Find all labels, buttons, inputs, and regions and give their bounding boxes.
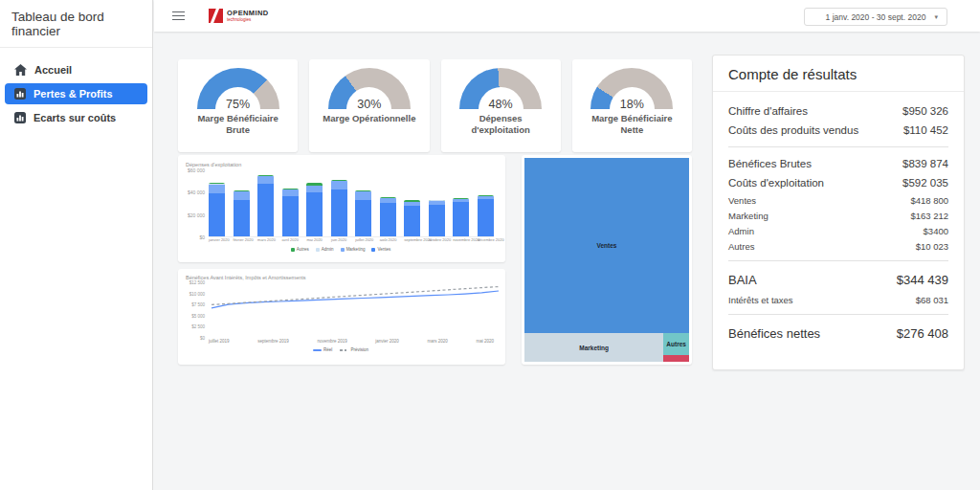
divider <box>728 146 948 147</box>
bar-segment <box>209 193 225 236</box>
income-row-value: $68 031 <box>916 295 948 305</box>
legend-label: Admin <box>322 247 334 252</box>
y-axis-tick-label: $0 <box>200 336 205 341</box>
date-range-value: 1 janv. 2020 - 30 sept. 2020 <box>826 12 926 22</box>
y-axis-tick-label: $60 000 <box>188 167 205 173</box>
x-axis-tick-label: mai 2020 <box>476 339 494 344</box>
y-axis-tick-label: $20 000 <box>188 212 205 218</box>
legend-item[interactable]: Marketing <box>341 247 366 252</box>
kpi-operating-expenses: 48% Dépenses d'exploitation <box>441 59 561 152</box>
bar-column[interactable] <box>380 197 396 236</box>
bar-segment <box>234 200 250 237</box>
legend-label: Ventes <box>377 247 390 252</box>
y-axis-tick-label: $10 000 <box>189 291 205 296</box>
bar-column[interactable] <box>257 175 274 236</box>
treemap-region-marketing[interactable]: Marketing <box>524 333 663 362</box>
income-row-value: $10 023 <box>916 241 948 252</box>
bar-column[interactable] <box>429 200 445 236</box>
x-axis-tick-label: janvier 2020 <box>209 237 225 242</box>
kpi-gauge-row: 75% Marge Bénéficiaire Brute 30% Marge O… <box>178 59 692 152</box>
bar-column[interactable] <box>209 183 225 236</box>
topbar: OPENMIND technologies 1 janv. 2020 - 30 … <box>154 0 980 32</box>
date-range-picker[interactable]: 1 janv. 2020 - 30 sept. 2020 ▾ <box>804 8 947 26</box>
bar-column[interactable] <box>234 190 250 236</box>
income-row-label: Bénéfices nettes <box>728 326 820 341</box>
income-row-value: $418 800 <box>910 195 948 206</box>
gauge-chart: 18% <box>590 68 673 109</box>
x-axis-tick-label: juin 2020 <box>331 237 347 242</box>
treemap-region-ventes[interactable]: Ventes <box>524 158 689 333</box>
income-row: Marketing$163 212 <box>728 208 948 223</box>
brand-name: OPENMIND <box>227 10 269 17</box>
legend-item[interactable]: Admin <box>316 247 334 252</box>
y-axis-tick-label: $7 500 <box>191 302 205 307</box>
gauge-label: Dépenses d'exploitation <box>449 113 552 137</box>
y-axis-tick-label: $12 500 <box>189 280 205 285</box>
treemap-region-autres[interactable]: Autres <box>663 333 689 355</box>
bar-segment <box>282 189 299 196</box>
legend-label: Marketing <box>346 247 366 252</box>
income-row-label: Ventes <box>728 195 756 206</box>
income-row-label: Autres <box>728 241 754 252</box>
bar-segment <box>429 205 445 236</box>
gauge-value: 48% <box>459 98 542 109</box>
bar-column[interactable] <box>282 189 299 236</box>
bar-column[interactable] <box>355 190 371 236</box>
app-title: Tableau de bord financier <box>0 0 152 48</box>
x-axis-tick-label: décembre 2020 <box>478 237 494 242</box>
legend-item[interactable]: Prévision <box>340 347 368 352</box>
bar-segment <box>209 185 225 193</box>
x-axis-tick-label: novembre 2019 <box>317 339 346 344</box>
bar-column[interactable] <box>306 183 323 236</box>
bar-column[interactable] <box>453 198 469 236</box>
legend-label: Prévision <box>350 347 368 352</box>
bar-segment <box>453 202 469 236</box>
bar-segment <box>234 191 250 199</box>
income-row-label: Marketing <box>728 211 768 221</box>
bar-column[interactable] <box>404 200 420 236</box>
line-chart-y-axis: $12 500$10 000$7 500$5 000$2 500$0 <box>186 282 207 338</box>
kpi-net-margin: 18% Marge Bénéficiaire Nette <box>572 59 692 152</box>
treemap-region-admin[interactable] <box>663 355 689 362</box>
gauge-value: 75% <box>197 98 279 109</box>
sidebar-item-ecarts-couts[interactable]: Ecarts sur coûts <box>5 107 147 128</box>
bar-column[interactable] <box>478 195 494 236</box>
bar-segment <box>306 186 323 192</box>
y-axis-tick-label: $40 000 <box>188 189 205 195</box>
line-series-actual <box>212 291 499 308</box>
line-chart-legend: RéelPrévision <box>186 347 496 352</box>
gauge-value: 30% <box>328 98 411 109</box>
expenses-treemap-card: Ventes Marketing Autres <box>522 155 692 365</box>
legend-item[interactable]: Autres <box>291 247 309 252</box>
sidebar-menu: Accueil Pertes & Profits Ecarts sur coût… <box>0 48 152 140</box>
x-axis-tick-label: janvier 2020 <box>375 339 399 344</box>
income-row-value: $163 212 <box>910 211 948 221</box>
brand-logo-icon <box>209 9 223 23</box>
chevron-down-icon: ▾ <box>934 13 938 21</box>
income-row-label: Chiffre d'affaires <box>728 105 808 117</box>
legend-label: Autres <box>297 247 309 252</box>
bar-chart-title: Dépenses d'exploitation <box>186 162 496 167</box>
brand-logo: OPENMIND technologies <box>207 7 275 25</box>
bar-column[interactable] <box>331 180 347 236</box>
legend-swatch <box>340 349 348 351</box>
hamburger-menu-icon[interactable] <box>169 9 188 24</box>
bar-chart-icon <box>14 112 26 123</box>
gauge-chart: 48% <box>459 68 542 109</box>
gauge-value: 18% <box>590 98 673 109</box>
income-row: Coûts des produits vendus$110 452 <box>728 121 948 140</box>
income-row-label: Coûts des produits vendus <box>728 124 858 136</box>
income-row: Chiffre d'affaires$950 326 <box>728 101 948 121</box>
legend-item[interactable]: Ventes <box>371 247 390 252</box>
income-row-label: Admin <box>728 226 754 236</box>
home-icon <box>14 64 27 76</box>
bar-segment <box>355 200 371 237</box>
main-content: 75% Marge Bénéficiaire Brute 30% Marge O… <box>154 32 980 490</box>
sidebar-item-pertes-profits[interactable]: Pertes & Profits <box>5 83 147 104</box>
income-row-value: $950 326 <box>902 105 948 117</box>
kpi-operating-margin: 30% Marge Opérationnelle <box>309 59 429 152</box>
sidebar-item-accueil[interactable]: Accueil <box>5 59 147 80</box>
bar-segment <box>380 203 396 236</box>
legend-item[interactable]: Réel <box>313 347 332 352</box>
x-axis-tick-label: octobre 2020 <box>429 237 445 242</box>
